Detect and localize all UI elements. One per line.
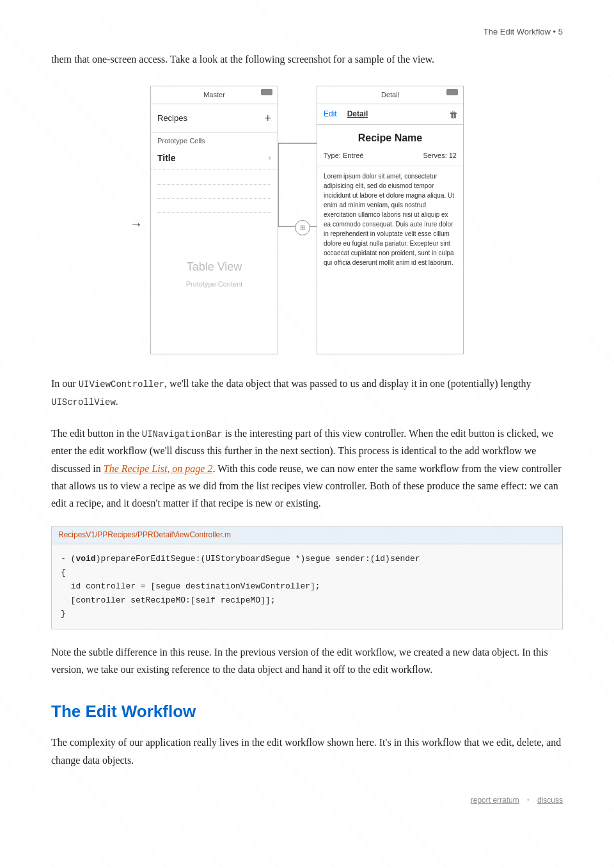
trash-icon: 🗑 (449, 107, 458, 122)
section-body: The complexity of our application really… (51, 734, 563, 768)
master-bar-icon (261, 89, 272, 95)
code-uinavigationbar: UINavigationBar (142, 429, 223, 439)
code-block-header: RecipesV1/PPRecipes/PPRDetailViewControl… (52, 526, 562, 544)
body-paragraph-1: In our UIViewController, we'll take the … (51, 375, 563, 411)
page-header-title: The Edit Workflow • 5 (484, 26, 563, 39)
code-block-body: - (void)prepareForEditSegue:(UIStoryboar… (52, 544, 562, 628)
code-uiviewcontroller: UIViewController (79, 379, 164, 390)
detail-tab: Detail (347, 108, 368, 120)
master-top-bar: Master (151, 86, 278, 104)
detail-tabs: Edit Detail 🗑 (317, 104, 463, 125)
intro-paragraph: them that one-screen access. Take a look… (51, 51, 563, 68)
diagram-inner: → Master Recipes + Prototype Cells Title… (150, 86, 464, 354)
detail-top-bar: Detail (317, 86, 463, 104)
type-label: Type: Entreé (324, 150, 363, 162)
prototype-cells-label: Prototype Cells (151, 133, 278, 148)
panel-detail: Detail Edit Detail 🗑 Recipe Name Type: E… (317, 86, 464, 354)
dotted-row-2 (157, 187, 271, 199)
chevron-icon: › (268, 151, 271, 165)
page-header: The Edit Workflow • 5 (51, 26, 563, 39)
plus-icon: + (264, 109, 271, 128)
note-paragraph: Note the subtle difference in this reuse… (51, 643, 563, 678)
footer-separator: • (527, 794, 530, 807)
code-uiscrollview: UIScrollView (51, 397, 116, 407)
master-recipes-row: Recipes + (151, 104, 278, 134)
page-footer: report erratum • discuss (51, 794, 563, 807)
arrow-left-icon: → (130, 214, 143, 234)
serves-label: Serves: 12 (423, 150, 457, 162)
panel-master: Master Recipes + Prototype Cells Title › (150, 86, 278, 354)
edit-tab: Edit (324, 108, 337, 120)
section-heading: The Edit Workflow (51, 698, 563, 725)
recipe-name: Recipe Name (317, 125, 463, 149)
page-container: The Edit Workflow • 5 them that one-scre… (0, 0, 614, 868)
detail-bar-icon (446, 89, 458, 95)
recipe-meta: Type: Entreé Serves: 12 (317, 148, 463, 166)
prototype-content-label: Prototype Content (151, 276, 278, 290)
screenshot-diagram: → Master Recipes + Prototype Cells Title… (51, 86, 563, 354)
dotted-row-1 (157, 173, 271, 185)
report-erratum-link[interactable]: report erratum (471, 794, 519, 807)
body-paragraph-2: The edit button in the UINavigationBar i… (51, 425, 563, 512)
dotted-row-3 (157, 201, 271, 213)
segue-circle: ⊞ (295, 220, 310, 235)
recipe-list-link[interactable]: The Recipe List, on page 2 (104, 463, 213, 474)
discuss-link[interactable]: discuss (537, 794, 563, 807)
code-block: RecipesV1/PPRecipes/PPRDetailViewControl… (51, 526, 563, 629)
title-row: Title › (151, 148, 278, 170)
table-view-label: Table View (151, 219, 278, 276)
dotted-rows (151, 170, 278, 219)
recipe-body: Lorem ipsum dolor sit amet, consectetur … (317, 166, 463, 272)
